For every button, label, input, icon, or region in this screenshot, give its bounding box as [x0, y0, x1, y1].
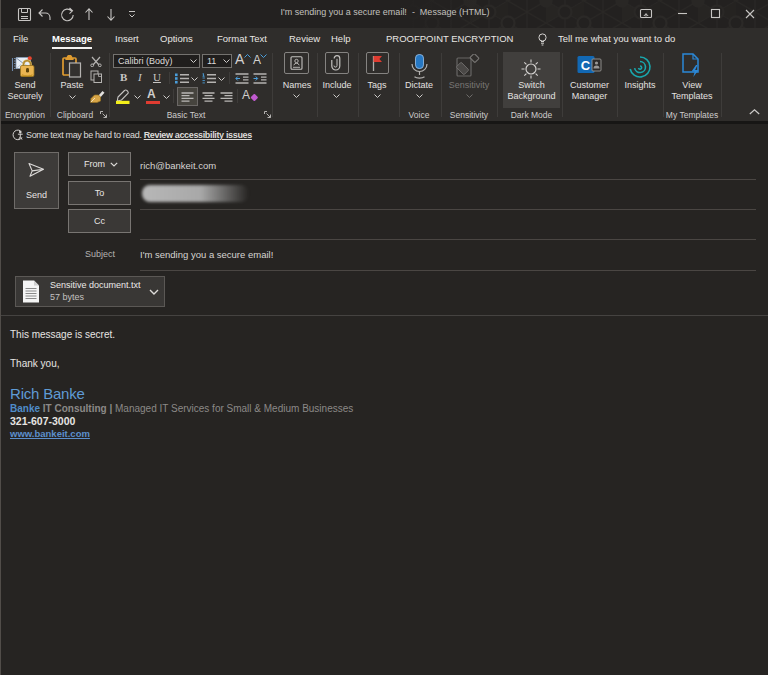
- svg-text:C: C: [581, 58, 591, 73]
